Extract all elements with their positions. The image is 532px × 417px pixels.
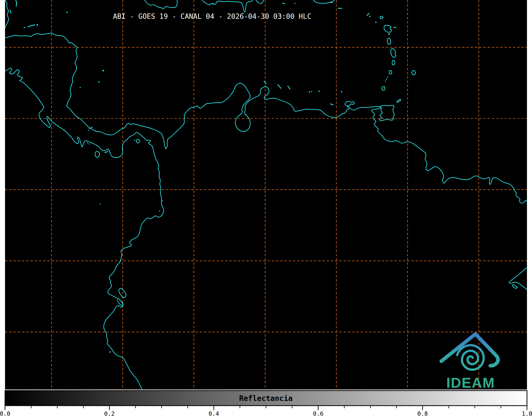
islet-dot-buenaventura-islet-2	[159, 210, 160, 212]
islet-dot-pearl-islet	[134, 140, 135, 141]
satellite-image-figure: ABI - GOES 19 - CANAL 04 - 2026-04-30 03…	[0, 0, 532, 417]
islet-dot-bocas-3	[88, 130, 89, 131]
map-background	[5, 0, 527, 389]
islet-dot-bocas-1	[89, 128, 90, 129]
islet-dot-corn-island	[80, 87, 81, 88]
islet-dot-san-andres	[98, 81, 100, 83]
islet-dot-nevis	[369, 16, 371, 17]
islet-dot-buenaventura-islet-1	[162, 200, 163, 201]
islet-coche	[347, 107, 350, 107]
colorbar-tick-label: 0.0	[0, 410, 10, 417]
colorbar-tick-label: 0.6	[313, 410, 324, 417]
islet-vieques	[330, 2, 332, 3]
islet-dot-utila	[24, 27, 25, 28]
islet-dot-grenadine-1	[387, 76, 388, 77]
islet-dot-parida-2	[89, 143, 90, 144]
map-title: ABI - GOES 19 - CANAL 04 - 2026-04-30 03…	[113, 12, 311, 20]
islet-dot-la-blanquilla	[341, 91, 342, 93]
islet-dot-swan-island	[66, 12, 68, 13]
islet-dot-mona	[294, 3, 295, 4]
logo-text: IDEAM	[446, 375, 495, 391]
colorbar-tick-label: 1.0	[522, 410, 532, 417]
islet-dot-grenadine-2	[386, 79, 387, 80]
islet-dot-montserrat	[375, 22, 377, 23]
islet-dot-la-orchila	[319, 91, 320, 92]
islet-dot-providencia	[102, 70, 104, 71]
goes-satellite-map: ABI - GOES 19 - CANAL 04 - 2026-04-30 03…	[0, 0, 532, 417]
colorbar-label: Reflectancia	[239, 394, 293, 403]
islet-dot-malpelo	[100, 203, 101, 204]
islet-dot-marie-galante	[388, 33, 390, 35]
colorbar-tick-label: 0.8	[417, 410, 428, 417]
islet-dot-los-roques-2	[311, 91, 312, 92]
islet-dot-bocas-2	[91, 127, 93, 128]
islet-desirade	[394, 27, 396, 28]
islet-dot-ile-a-vache	[212, 3, 213, 5]
colorbar-tick-label: 0.4	[208, 410, 219, 417]
islet-dot-los-roques-1	[309, 91, 310, 93]
islet-saona	[283, 3, 285, 3]
colorbar-tick-label: 0.2	[104, 410, 115, 417]
islet-dot-guanaja	[37, 24, 38, 26]
islet-st-croix	[338, 8, 342, 8]
islet-dot-grenadine-3	[385, 81, 386, 82]
islet-dot-lobos	[110, 351, 111, 353]
islet-dot-parida-1	[87, 142, 88, 143]
